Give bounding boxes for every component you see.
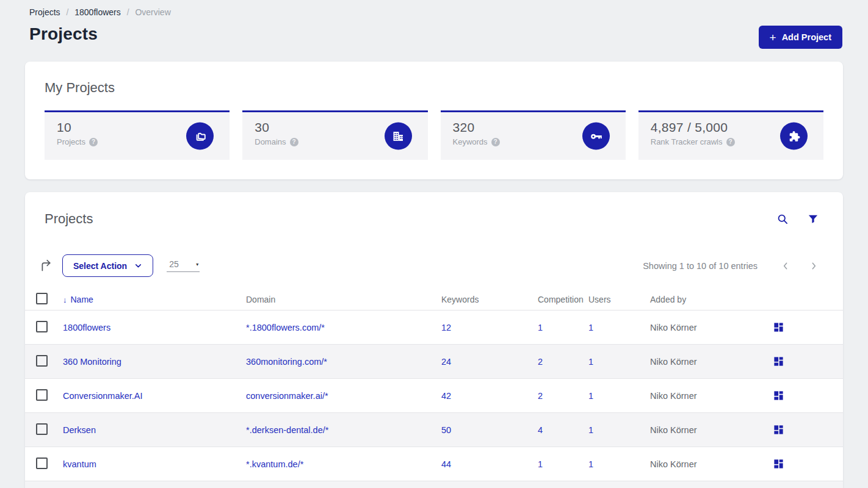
page-title: Projects xyxy=(29,24,98,44)
add-project-button[interactable]: + Add Project xyxy=(759,26,842,49)
column-header-added-by[interactable]: Added by xyxy=(650,295,773,304)
project-name-link[interactable]: 360 Monitoring xyxy=(63,357,121,367)
key-icon xyxy=(582,123,610,150)
project-name-link[interactable]: Derksen xyxy=(63,425,96,435)
row-checkbox[interactable] xyxy=(36,321,48,332)
dashboard-grid-icon[interactable] xyxy=(773,424,785,436)
users-count-link[interactable]: 1 xyxy=(588,323,593,332)
row-checkbox[interactable] xyxy=(36,355,48,367)
added-by-text: Niko Körner xyxy=(650,425,773,435)
table-row: 360 Monitoring 360monitoring.com/* 24 2 … xyxy=(25,345,843,379)
added-by-text: Niko Körner xyxy=(650,357,773,367)
my-projects-title: My Projects xyxy=(45,80,823,96)
users-count-link[interactable]: 1 xyxy=(588,391,593,401)
project-name-link[interactable]: Conversionmaker.AI xyxy=(63,391,143,401)
keywords-count-link[interactable]: 50 xyxy=(441,425,451,435)
projects-table-panel: Projects Select Action 25 xyxy=(25,192,843,488)
row-checkbox[interactable] xyxy=(36,423,48,435)
row-checkbox[interactable] xyxy=(36,458,48,469)
caret-down-icon: ▾ xyxy=(196,262,198,267)
column-header-keywords[interactable]: Keywords xyxy=(441,295,538,304)
breadcrumb-separator: / xyxy=(127,7,129,17)
row-checkbox[interactable] xyxy=(36,389,48,401)
select-all-checkbox[interactable] xyxy=(36,293,48,304)
export-arrow-icon[interactable] xyxy=(40,259,52,272)
building-icon xyxy=(385,123,412,150)
project-domain-link[interactable]: *.1800flowers.com/* xyxy=(246,323,325,332)
stat-card-domains: 30 Domains ? xyxy=(242,110,427,160)
stat-label-keywords: Keywords xyxy=(453,137,488,146)
stat-label-crawls: Rank Tracker crawls xyxy=(651,137,723,146)
projects-panel-title: Projects xyxy=(45,211,93,227)
add-project-label: Add Project xyxy=(782,32,831,42)
table-header-row: ↓Name Domain Keywords Competition Users … xyxy=(25,289,843,310)
help-icon[interactable]: ? xyxy=(726,138,735,146)
users-count-link[interactable]: 1 xyxy=(588,425,593,435)
stat-card-keywords: 320 Keywords ? xyxy=(441,110,626,160)
keywords-count-link[interactable]: 44 xyxy=(441,459,451,469)
competition-count-link[interactable]: 1 xyxy=(538,459,543,469)
showing-entries-text: Showing 1 to 10 of 10 entries xyxy=(643,261,758,271)
dashboard-grid-icon[interactable] xyxy=(773,321,785,333)
search-icon[interactable] xyxy=(776,213,789,225)
breadcrumb-1800flowers[interactable]: 1800flowers xyxy=(74,7,121,17)
project-domain-link[interactable]: *.kvantum.de/* xyxy=(246,459,303,469)
dashboard-grid-icon[interactable] xyxy=(773,458,785,470)
dashboard-grid-icon[interactable] xyxy=(773,356,785,367)
stat-card-crawls: 4,897 / 5,000 Rank Tracker crawls ? xyxy=(638,110,823,160)
column-header-users[interactable]: Users xyxy=(588,295,650,304)
competition-count-link[interactable]: 1 xyxy=(538,323,543,332)
page-header: Projects / 1800flowers / Overview Projec… xyxy=(0,0,868,49)
breadcrumb-separator: / xyxy=(66,7,68,17)
previous-page-icon[interactable] xyxy=(781,261,790,271)
project-name-link[interactable]: 1800flowers xyxy=(63,323,110,332)
table-row: Derksen *.derksen-dental.de/* 50 4 1 Nik… xyxy=(25,413,843,447)
stat-card-projects: 10 Projects ? xyxy=(45,110,230,160)
keywords-count-link[interactable]: 24 xyxy=(441,357,451,367)
stat-label-domains: Domains xyxy=(255,137,286,146)
added-by-text: Niko Körner xyxy=(650,391,773,401)
sort-descending-icon: ↓ xyxy=(63,295,67,304)
competition-count-link[interactable]: 2 xyxy=(538,357,543,367)
stats-row: 10 Projects ? 30 Domains ? xyxy=(45,110,823,160)
column-header-domain[interactable]: Domain xyxy=(246,295,441,304)
competition-count-link[interactable]: 4 xyxy=(538,425,543,435)
project-domain-link[interactable]: *.derksen-dental.de/* xyxy=(246,425,328,435)
help-icon[interactable]: ? xyxy=(290,138,298,146)
next-page-icon[interactable] xyxy=(809,261,819,271)
dashboard-grid-icon[interactable] xyxy=(773,390,785,401)
users-count-link[interactable]: 1 xyxy=(588,357,593,367)
puzzle-icon xyxy=(780,123,808,150)
column-header-name[interactable]: ↓Name xyxy=(63,295,246,304)
users-count-link[interactable]: 1 xyxy=(588,459,593,469)
column-header-competition[interactable]: Competition xyxy=(538,295,588,304)
select-action-label: Select Action xyxy=(73,261,127,271)
chevron-down-icon xyxy=(134,262,142,270)
page-size-select[interactable]: 25 ▾ xyxy=(167,259,200,272)
breadcrumb-projects[interactable]: Projects xyxy=(29,7,60,17)
help-icon[interactable]: ? xyxy=(491,138,500,146)
keywords-count-link[interactable]: 42 xyxy=(441,391,451,401)
table-row: Conversionmaker.AI conversionmaker.ai/* … xyxy=(25,379,843,413)
project-domain-link[interactable]: 360monitoring.com/* xyxy=(246,357,327,367)
competition-count-link[interactable]: 2 xyxy=(538,391,543,401)
added-by-text: Niko Körner xyxy=(650,459,773,469)
help-icon[interactable]: ? xyxy=(89,138,98,146)
breadcrumb: Projects / 1800flowers / Overview xyxy=(29,7,842,17)
table-body: 1800flowers *.1800flowers.com/* 12 1 1 N… xyxy=(25,310,843,481)
page-size-value: 25 xyxy=(169,259,179,269)
my-projects-panel: My Projects 10 Projects ? 30 Domains ? xyxy=(25,62,843,179)
breadcrumb-overview: Overview xyxy=(135,7,170,17)
keywords-count-link[interactable]: 12 xyxy=(441,323,451,332)
select-action-dropdown[interactable]: Select Action xyxy=(62,254,153,277)
filter-icon[interactable] xyxy=(808,214,819,224)
pagination xyxy=(781,261,819,271)
project-domain-link[interactable]: conversionmaker.ai/* xyxy=(246,391,328,401)
plus-icon: + xyxy=(770,32,776,43)
stat-label-projects: Projects xyxy=(57,137,85,146)
project-name-link[interactable]: kvantum xyxy=(63,459,96,469)
table-row: 1800flowers *.1800flowers.com/* 12 1 1 N… xyxy=(25,310,843,345)
projects-stack-icon xyxy=(186,123,214,150)
added-by-text: Niko Körner xyxy=(650,323,773,332)
table-row: kvantum *.kvantum.de/* 44 1 1 Niko Körne… xyxy=(25,447,843,481)
